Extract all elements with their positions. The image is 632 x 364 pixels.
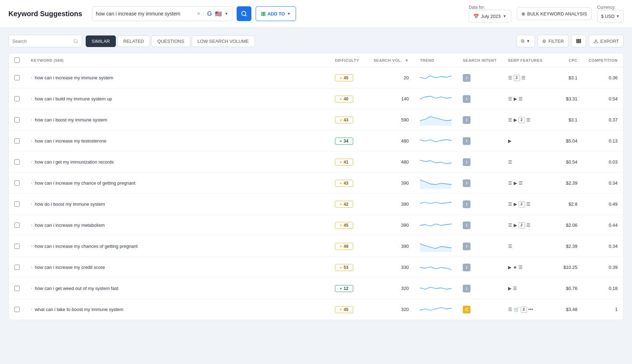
tab-related[interactable]: RELATED — [117, 35, 150, 47]
row-checkbox[interactable] — [14, 244, 20, 249]
row-checkbox[interactable] — [14, 286, 20, 291]
currency-selector[interactable]: $ USD ▼ — [597, 10, 624, 22]
serp-icons-container: ▶☰ — [508, 286, 546, 291]
keyword-text: what can i take to boost my immune syste… — [35, 307, 123, 312]
search-volume-value: 390 — [401, 180, 409, 186]
bulk-keyword-button[interactable]: ⊕ BULK KEYWORD ANALYSIS — [517, 7, 592, 20]
filter-button[interactable]: ⚙ FILTER — [538, 35, 568, 47]
row-checkbox-cell[interactable] — [9, 299, 25, 320]
search-volume-cell: 20 — [368, 67, 414, 88]
row-checkbox[interactable] — [14, 138, 20, 144]
export-button[interactable]: EXPORT — [589, 35, 624, 47]
currency-dropdown-arrow[interactable]: ▼ — [616, 14, 620, 18]
difficulty-value: 45 — [344, 223, 348, 228]
columns-button[interactable] — [571, 35, 586, 47]
difficulty-cell: ● 43 — [329, 110, 368, 131]
expand-arrow[interactable]: › — [31, 181, 32, 185]
difficulty-value: 40 — [344, 97, 348, 101]
row-checkbox[interactable] — [14, 159, 20, 165]
tab-questions[interactable]: QUESTIONS — [151, 35, 190, 47]
row-checkbox-cell[interactable] — [9, 236, 25, 257]
search-volume-value: 480 — [401, 159, 409, 165]
clear-button[interactable]: × — [197, 11, 200, 17]
calendar-icon: 📅 — [473, 14, 479, 19]
row-checkbox[interactable] — [14, 96, 20, 101]
expand-arrow[interactable]: › — [31, 160, 32, 164]
select-all-checkbox[interactable] — [14, 58, 20, 63]
cpc-cell: $2.39 — [552, 173, 583, 194]
expand-arrow[interactable]: › — [31, 265, 32, 269]
expand-arrow[interactable]: › — [31, 139, 32, 143]
row-checkbox[interactable] — [14, 265, 20, 270]
cpc-cell: $2.39 — [552, 236, 583, 257]
trend-cell — [414, 152, 457, 173]
cpc-cell: $5.04 — [552, 131, 583, 152]
keyword-text: how can i get my immunization records — [35, 159, 114, 165]
row-checkbox[interactable] — [14, 201, 20, 207]
cpc-cell: $2.06 — [552, 215, 583, 236]
intent-cell: I — [457, 67, 502, 88]
th-search-volume[interactable]: SEARCH VOL. ▼ — [368, 53, 414, 67]
difficulty-dot: ● — [340, 265, 342, 269]
copy-dropdown-arrow[interactable]: ▼ — [526, 39, 530, 43]
intent-cell: C — [457, 299, 502, 320]
expand-arrow[interactable]: › — [31, 202, 32, 206]
copy-dropdown-button[interactable]: ⧉ ▼ — [516, 35, 535, 47]
keyword-text: how can i build my immune system up — [35, 96, 112, 101]
row-checkbox-cell[interactable] — [9, 110, 25, 131]
row-checkbox-cell[interactable] — [9, 67, 25, 88]
expand-arrow[interactable]: › — [31, 76, 32, 80]
keyword-cell-td: › how can i increase my chances of getti… — [25, 236, 329, 257]
row-checkbox[interactable] — [14, 180, 20, 186]
competition-cell: 0.54 — [583, 88, 623, 110]
expand-arrow[interactable]: › — [31, 286, 32, 290]
row-checkbox-cell[interactable] — [9, 194, 25, 215]
trend-cell — [414, 88, 457, 110]
serp-features-cell: ☰▶2☰ — [502, 194, 552, 215]
plus-icon: ⊞ — [261, 11, 265, 17]
row-checkbox-cell[interactable] — [9, 88, 25, 110]
row-checkbox[interactable] — [14, 75, 20, 80]
row-checkbox-cell[interactable] — [9, 215, 25, 236]
search-volume-value: 390 — [401, 201, 409, 207]
date-dropdown-arrow[interactable]: ▼ — [503, 14, 507, 18]
add-to-button[interactable]: ⊞ ADD TO ▼ — [256, 6, 296, 21]
row-checkbox-cell[interactable] — [9, 257, 25, 278]
intent-cell: I — [457, 173, 502, 194]
row-checkbox-cell[interactable] — [9, 131, 25, 152]
keyword-cell-td: › how can i increase my testosterone — [25, 131, 329, 152]
locale-dropdown-arrow[interactable]: ▼ — [225, 12, 229, 16]
expand-arrow[interactable]: › — [31, 244, 32, 248]
th-select-all[interactable] — [9, 53, 25, 67]
export-label: EXPORT — [600, 39, 619, 44]
serp-features-cell: ☰🛒2••• — [502, 299, 552, 320]
filter-search-input[interactable] — [12, 39, 71, 44]
row-checkbox[interactable] — [14, 223, 20, 228]
row-checkbox-cell[interactable] — [9, 278, 25, 299]
date-selector[interactable]: 📅 July 2023 ▼ — [469, 10, 511, 22]
tab-low_volume[interactable]: LOW SEARCH VOLUME — [192, 35, 255, 47]
cpc-cell: $3.1 — [552, 67, 583, 88]
trend-cell — [414, 110, 457, 131]
row-checkbox[interactable] — [14, 307, 20, 312]
tab-similar[interactable]: SIMILAR — [86, 35, 116, 47]
difficulty-value: 53 — [344, 265, 348, 270]
intent-cell: I — [457, 194, 502, 215]
expand-arrow[interactable]: › — [31, 97, 32, 101]
expand-arrow[interactable]: › — [31, 307, 32, 311]
search-button[interactable] — [237, 6, 251, 21]
intent-cell: I — [457, 257, 502, 278]
keyword-input[interactable] — [96, 11, 194, 16]
difficulty-cell: ● 45 — [329, 299, 368, 320]
row-checkbox-cell[interactable] — [9, 152, 25, 173]
expand-arrow[interactable]: › — [31, 223, 32, 227]
add-to-dropdown-arrow[interactable]: ▼ — [287, 12, 291, 16]
keyword-text: how can i increase my credit score — [35, 265, 105, 270]
competition-cell: 0.34 — [583, 236, 623, 257]
row-checkbox-cell[interactable] — [9, 173, 25, 194]
serp-icons-container: ☰▶2☰ — [508, 222, 546, 229]
expand-arrow[interactable]: › — [31, 118, 32, 122]
difficulty-cell: ● 49 — [329, 236, 368, 257]
row-checkbox[interactable] — [14, 117, 20, 123]
data-for-label: Data for: — [469, 5, 511, 10]
